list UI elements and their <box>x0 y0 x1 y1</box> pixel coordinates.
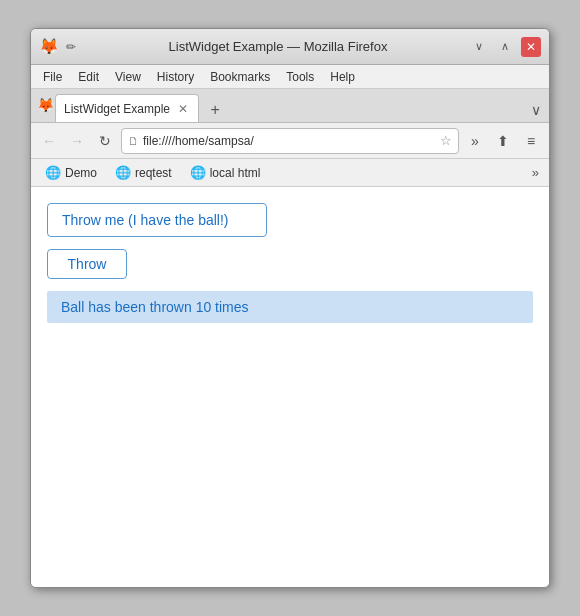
titlebar: 🦊 ✏ ListWidget Example — Mozilla Firefox… <box>31 29 549 65</box>
active-tab[interactable]: ListWidget Example ✕ <box>55 94 199 122</box>
page-content: Throw me (I have the ball!) Throw Ball h… <box>31 187 549 587</box>
minimize-button[interactable]: ∨ <box>469 37 489 57</box>
firefox-icon: 🦊 <box>39 37 59 57</box>
pen-icon: ✏ <box>63 39 79 55</box>
share-button[interactable]: ⬆ <box>491 129 515 153</box>
bookmark-reqtest-icon: 🌐 <box>115 165 131 180</box>
tabbar: 🦊 ListWidget Example ✕ + ∨ <box>31 89 549 123</box>
tab-close-button[interactable]: ✕ <box>176 102 190 116</box>
bookmarks-more-button[interactable]: » <box>528 163 543 182</box>
bookmark-demo[interactable]: 🌐 Demo <box>37 163 105 182</box>
menu-button[interactable]: ≡ <box>519 129 543 153</box>
tab-label: ListWidget Example <box>64 102 170 116</box>
bookmark-reqtest[interactable]: 🌐 reqtest <box>107 163 180 182</box>
menu-bookmarks[interactable]: Bookmarks <box>202 68 278 86</box>
ball-label: Throw me (I have the ball!) <box>47 203 267 237</box>
bookmark-local-html-label: local html <box>210 166 261 180</box>
browser-window: 🦊 ✏ ListWidget Example — Mozilla Firefox… <box>30 28 550 588</box>
tab-firefox-icon: 🦊 <box>35 88 55 122</box>
url-bar[interactable]: 🗋 file:////home/sampsa/ ☆ <box>121 128 459 154</box>
bookmarksbar: 🌐 Demo 🌐 reqtest 🌐 local html » <box>31 159 549 187</box>
new-tab-button[interactable]: + <box>203 98 227 122</box>
menu-file[interactable]: File <box>35 68 70 86</box>
forward-button[interactable]: → <box>65 129 89 153</box>
extensions-button[interactable]: » <box>463 129 487 153</box>
menu-tools[interactable]: Tools <box>278 68 322 86</box>
menu-help[interactable]: Help <box>322 68 363 86</box>
throw-button[interactable]: Throw <box>47 249 127 279</box>
url-text: file:////home/sampsa/ <box>143 134 436 148</box>
status-text: Ball has been thrown 10 times <box>47 291 533 323</box>
menu-view[interactable]: View <box>107 68 149 86</box>
bookmark-reqtest-label: reqtest <box>135 166 172 180</box>
menubar: File Edit View History Bookmarks Tools H… <box>31 65 549 89</box>
bookmark-demo-label: Demo <box>65 166 97 180</box>
url-page-icon: 🗋 <box>128 135 139 147</box>
bookmark-local-html-icon: 🌐 <box>190 165 206 180</box>
menu-edit[interactable]: Edit <box>70 68 107 86</box>
window-title: ListWidget Example — Mozilla Firefox <box>87 39 469 54</box>
menu-history[interactable]: History <box>149 68 202 86</box>
bookmark-demo-icon: 🌐 <box>45 165 61 180</box>
close-button[interactable]: ✕ <box>521 37 541 57</box>
reload-button[interactable]: ↻ <box>93 129 117 153</box>
back-button[interactable]: ← <box>37 129 61 153</box>
navbar: ← → ↻ 🗋 file:////home/sampsa/ ☆ » ⬆ ≡ <box>31 123 549 159</box>
tab-chevron[interactable]: ∨ <box>527 98 545 122</box>
maximize-button[interactable]: ∧ <box>495 37 515 57</box>
bookmark-local-html[interactable]: 🌐 local html <box>182 163 269 182</box>
bookmark-star-icon[interactable]: ☆ <box>440 133 452 148</box>
titlebar-icons: 🦊 ✏ <box>39 37 79 57</box>
titlebar-buttons: ∨ ∧ ✕ <box>469 37 541 57</box>
